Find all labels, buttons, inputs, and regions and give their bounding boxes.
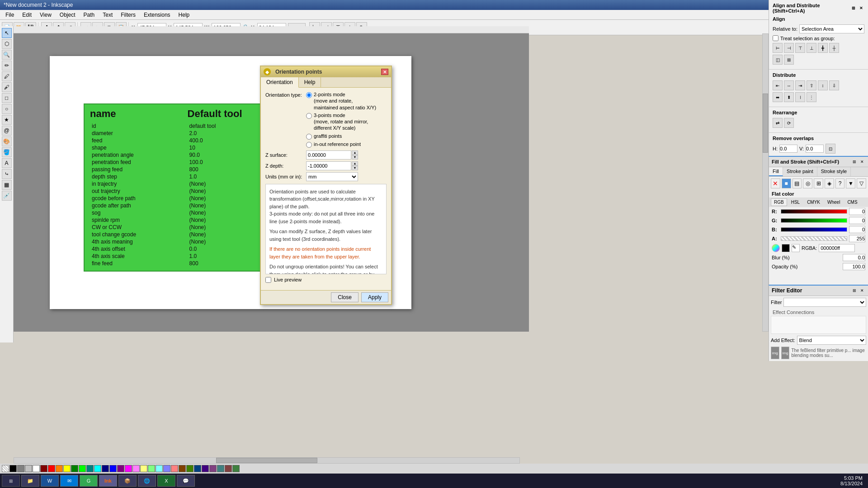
radio-inout-input[interactable] xyxy=(306,142,312,148)
taskbar-email[interactable]: ✉ xyxy=(60,475,78,487)
cmyk-tab[interactable]: CMYK xyxy=(804,198,823,206)
vertical-scrollbar[interactable] xyxy=(762,33,769,332)
menu-edit[interactable]: Edit xyxy=(19,11,35,19)
add-effect-select[interactable]: Blend xyxy=(797,336,866,345)
taskbar-excel[interactable]: X xyxy=(157,475,175,487)
close-button[interactable]: Close xyxy=(331,292,359,302)
taskbar-package[interactable]: 📦 xyxy=(118,475,137,487)
palette-color-swatch[interactable] xyxy=(25,465,32,472)
radio-graffiti-input[interactable] xyxy=(306,134,312,140)
radio-2points[interactable]: 2-points mode(move and rotate,maintained… xyxy=(306,91,376,111)
z-surface-down[interactable]: ▼ xyxy=(352,155,358,160)
a-input[interactable] xyxy=(849,235,865,242)
taskbar-chrome[interactable]: G xyxy=(80,475,98,487)
g-slider[interactable] xyxy=(781,218,847,223)
b-slider[interactable] xyxy=(781,227,847,232)
exchange-btn[interactable]: ⇄ xyxy=(773,118,783,128)
paint-tool[interactable]: 🎨 xyxy=(2,136,12,146)
palette-color-swatch[interactable] xyxy=(140,465,147,472)
radio-2points-input[interactable] xyxy=(306,92,312,98)
treat-group-checkbox[interactable] xyxy=(773,35,778,41)
align-top-edge[interactable]: ⊥ xyxy=(807,43,816,53)
z-surface-input[interactable] xyxy=(306,150,351,160)
v-scrollbar-thumb[interactable] xyxy=(763,94,768,153)
horizontal-scrollbar[interactable] xyxy=(14,457,520,464)
dist-bottom[interactable]: ⇩ xyxy=(829,80,839,90)
dist-eq-v[interactable]: ⬍ xyxy=(784,92,794,102)
marker-btn[interactable]: ▼ xyxy=(846,178,855,188)
b-input[interactable] xyxy=(849,226,865,233)
taskbar-word[interactable]: W xyxy=(41,475,59,487)
r-input[interactable] xyxy=(849,208,865,215)
rgb-tab[interactable]: RGB xyxy=(771,198,787,206)
cms-tab[interactable]: CMS xyxy=(844,198,860,206)
unset-btn[interactable]: ▽ xyxy=(857,178,866,188)
fe-close-btn[interactable]: ✕ xyxy=(859,287,865,294)
palette-color-swatch[interactable] xyxy=(117,465,124,472)
tab-stroke-paint[interactable]: Stroke paint xyxy=(783,167,817,176)
palette-color-swatch[interactable] xyxy=(102,465,109,472)
palette-color-swatch[interactable] xyxy=(217,465,224,472)
taskbar-inkscape[interactable]: Ink xyxy=(99,475,117,487)
align-bottom-edge[interactable]: ┼ xyxy=(829,43,839,53)
z-depth-down[interactable]: ▼ xyxy=(352,166,358,170)
dist-center-h[interactable]: ↔ xyxy=(784,80,794,90)
wheel-tab[interactable]: Wheel xyxy=(824,198,843,206)
palette-color-swatch[interactable] xyxy=(79,465,86,472)
v-overlap-input[interactable] xyxy=(806,145,824,153)
menu-path[interactable]: Path xyxy=(80,11,99,19)
menu-view[interactable]: View xyxy=(36,11,55,19)
align-center-h[interactable]: ⊣ xyxy=(784,43,794,53)
align-anchor[interactable]: ⊞ xyxy=(784,55,794,65)
palette-color-swatch[interactable] xyxy=(86,465,94,472)
taskbar-chat[interactable]: 💬 xyxy=(177,475,195,487)
menu-object[interactable]: Object xyxy=(56,11,79,19)
dist-top[interactable]: ⇧ xyxy=(807,80,816,90)
fe-float-btn[interactable]: ⊞ xyxy=(851,287,858,294)
palette-color-swatch[interactable] xyxy=(202,465,209,472)
tab-stroke-style[interactable]: Stroke style xyxy=(817,167,851,176)
rgba-input[interactable] xyxy=(819,244,855,252)
z-surface-up[interactable]: ▲ xyxy=(352,150,358,155)
dialog-tab-orientation[interactable]: Orientation xyxy=(261,77,299,88)
palette-color-swatch[interactable] xyxy=(109,465,117,472)
panel-close-btn[interactable]: ✕ xyxy=(858,5,864,11)
no-color-swatch[interactable] xyxy=(2,465,9,472)
palette-color-swatch[interactable] xyxy=(171,465,178,472)
radial-grad-btn[interactable]: ◎ xyxy=(803,178,812,188)
text-tool[interactable]: A xyxy=(2,158,12,168)
z-depth-input[interactable] xyxy=(306,161,351,170)
dist-center-v[interactable]: ↕ xyxy=(818,80,828,90)
radio-3points-input[interactable] xyxy=(306,113,312,119)
linear-grad-btn[interactable]: ▤ xyxy=(793,178,802,188)
no-paint-btn[interactable]: ✕ xyxy=(771,178,780,188)
menu-extensions[interactable]: Extensions xyxy=(140,11,174,19)
fs-float-btn[interactable]: ⊞ xyxy=(851,159,858,165)
pattern-btn[interactable]: ⊞ xyxy=(814,178,823,188)
h-overlap-input[interactable] xyxy=(779,145,797,153)
radio-inout[interactable]: in-out reference point xyxy=(306,141,376,148)
palette-color-swatch[interactable] xyxy=(56,465,63,472)
palette-color-swatch[interactable] xyxy=(232,465,240,472)
spiral-tool[interactable]: @ xyxy=(2,126,12,136)
palette-color-swatch[interactable] xyxy=(148,465,155,472)
connector-tool[interactable]: ⤷ xyxy=(2,169,12,179)
fs-close-btn[interactable]: ✕ xyxy=(859,159,865,165)
remove-overlaps-btn[interactable]: ⊡ xyxy=(826,144,835,154)
dist-extra2[interactable]: ⋮ xyxy=(807,92,816,102)
palette-color-swatch[interactable] xyxy=(40,465,47,472)
filter-select[interactable] xyxy=(783,298,866,307)
menu-filters[interactable]: Filters xyxy=(117,11,139,19)
pencil-tool[interactable]: ✏ xyxy=(2,61,12,70)
palette-color-swatch[interactable] xyxy=(209,465,217,472)
palette-color-swatch[interactable] xyxy=(163,465,170,472)
blur-input[interactable] xyxy=(843,254,865,261)
color-picker-icon[interactable]: ✎ xyxy=(792,244,800,252)
start-button[interactable]: ⊞ xyxy=(2,475,20,487)
taskbar-browser[interactable]: 🌐 xyxy=(138,475,156,487)
select-tool[interactable]: ↖ xyxy=(2,28,12,38)
relative-to-select[interactable]: Selection Area First Selected Last Selec… xyxy=(799,24,864,33)
rect-tool[interactable]: □ xyxy=(2,93,12,103)
node-tool[interactable]: ⬡ xyxy=(2,39,12,49)
dist-eq-h[interactable]: ⬌ xyxy=(773,92,783,102)
